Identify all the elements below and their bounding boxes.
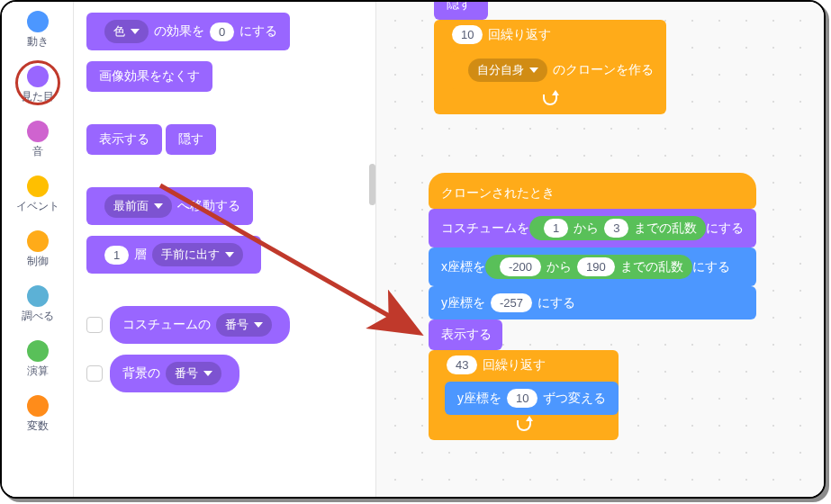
chevron-down-icon (254, 322, 263, 328)
reporter-backdrop-row: 背景の 番号 (86, 355, 375, 392)
category-label: イベント (2, 199, 73, 214)
category-motion[interactable]: 動き (2, 2, 73, 57)
script-stack-2[interactable]: クローンされたとき コスチュームを 1 から 3 までの乱数 にする x座標を … (429, 173, 756, 440)
input-repeat-count[interactable]: 43 (447, 356, 477, 374)
category-operators[interactable]: 演算 (2, 331, 73, 386)
block-clear-effects[interactable]: 画像効果をなくす (86, 61, 212, 92)
input-y-value[interactable]: -257 (491, 293, 532, 312)
category-label: 音 (2, 144, 73, 159)
block-set-y[interactable]: y座標を -257 にする (429, 286, 756, 320)
category-dot (27, 340, 49, 362)
category-label: 見た目 (2, 89, 73, 104)
dropdown-layer-dir[interactable]: 手前に出す (152, 243, 243, 266)
dropdown-costume-attr[interactable]: 番号 (216, 313, 272, 337)
chevron-down-icon (203, 371, 212, 376)
block-set-costume[interactable]: コスチュームを 1 から 3 までの乱数 にする (429, 209, 756, 248)
monitor-checkbox[interactable] (86, 365, 103, 382)
category-label: 変数 (2, 418, 73, 434)
block-when-cloned[interactable]: クローンされたとき (429, 173, 756, 209)
chevron-down-icon (154, 203, 163, 209)
category-dot (27, 176, 49, 197)
category-dot (27, 285, 49, 307)
loop-arrow-icon (517, 420, 531, 431)
block-show-ws[interactable]: 表示する (429, 320, 502, 350)
input-repeat-count[interactable]: 10 (452, 25, 483, 44)
category-dot (27, 230, 49, 252)
script-stack-1[interactable]: 隠す 10 回繰り返す 自分自身 のクローンを作る (434, 0, 666, 114)
input-rand-from[interactable]: 1 (544, 219, 568, 238)
loop-arrow-icon (543, 94, 557, 105)
operator-random-2[interactable]: -200 から 190 までの乱数 (485, 255, 692, 279)
category-label: 演算 (2, 364, 73, 379)
category-label: 動き (2, 34, 73, 50)
script-workspace[interactable]: 隠す 10 回繰り返す 自分自身 のクローンを作る クローンされたとき コス (376, 2, 824, 497)
block-hide[interactable]: 隠す (166, 124, 216, 155)
dropdown-effect[interactable]: 色 (104, 20, 149, 43)
category-control[interactable]: 制御 (2, 221, 73, 276)
input-effect-value[interactable]: 0 (210, 22, 234, 41)
chevron-down-icon (225, 252, 234, 257)
block-repeat-2[interactable]: 43 回繰り返す y座標を 10 ずつ変える (429, 350, 619, 440)
block-set-effect[interactable]: 色 の効果を 0 にする (86, 13, 290, 50)
chevron-down-icon (131, 29, 140, 34)
block-show[interactable]: 表示する (86, 124, 162, 155)
category-label: 制御 (2, 254, 73, 269)
category-sound[interactable]: 音 (2, 112, 73, 166)
monitor-checkbox[interactable] (86, 317, 103, 333)
category-dot (27, 395, 49, 417)
block-goto-layer[interactable]: 最前面 へ移動する (86, 187, 253, 225)
category-dot (27, 11, 49, 32)
input-change-y-value[interactable]: 10 (507, 389, 537, 408)
input-rand-to[interactable]: 190 (577, 257, 615, 276)
category-variables[interactable]: 変数 (2, 386, 73, 441)
operator-random-1[interactable]: 1 から 3 までの乱数 (529, 216, 706, 240)
dropdown-clone-target[interactable]: 自分自身 (468, 58, 547, 82)
input-layers[interactable]: 1 (104, 246, 129, 265)
input-rand-from[interactable]: -200 (500, 257, 541, 276)
category-events[interactable]: イベント (2, 166, 73, 221)
block-create-clone[interactable]: 自分自身 のクローンを作る (450, 51, 666, 89)
chevron-down-icon (529, 68, 538, 73)
app-frame: 動き 見た目 音 イベント 制御 調べる 演算 変数 (0, 0, 826, 499)
category-dot (27, 66, 49, 87)
block-change-y[interactable]: y座標を 10 ずつ変える (445, 382, 619, 415)
block-change-layer[interactable]: 1 層 手前に出す (86, 236, 261, 274)
block-repeat-1[interactable]: 10 回繰り返す 自分自身 のクローンを作る (434, 20, 666, 114)
reporter-costume-row: コスチュームの 番号 (86, 306, 375, 344)
category-sensing[interactable]: 調べる (2, 276, 73, 331)
block-set-x[interactable]: x座標を -200 から 190 までの乱数 にする (429, 248, 756, 286)
category-label: 調べる (2, 309, 73, 324)
input-rand-to[interactable]: 3 (604, 219, 628, 238)
dropdown-layer[interactable]: 最前面 (104, 194, 172, 218)
reporter-backdrop[interactable]: 背景の 番号 (110, 355, 239, 392)
category-looks[interactable]: 見た目 (2, 57, 73, 112)
block-palette[interactable]: 色 の効果を 0 にする 画像効果をなくす 表示する 隠す 最前面 へ移動する … (74, 2, 376, 497)
dropdown-backdrop-attr[interactable]: 番号 (166, 362, 221, 385)
category-dot (27, 121, 49, 142)
reporter-costume[interactable]: コスチュームの 番号 (110, 306, 290, 344)
block-hide-ws[interactable]: 隠す (434, 0, 488, 20)
category-column: 動き 見た目 音 イベント 制御 調べる 演算 変数 (2, 2, 74, 497)
palette-scrollbar[interactable] (369, 164, 375, 205)
